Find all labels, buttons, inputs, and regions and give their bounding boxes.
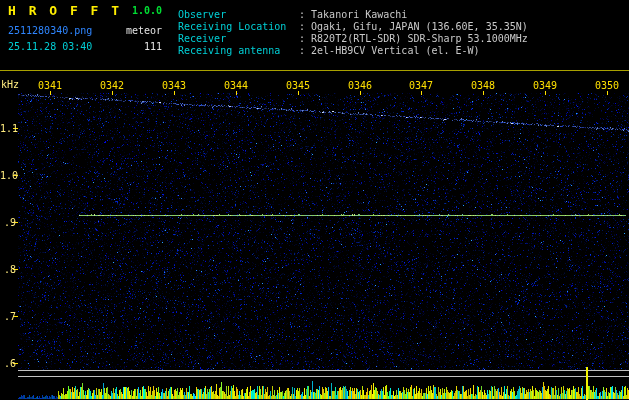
freq-tick-label: 1.0 — [0, 170, 16, 181]
station-info: Observer: Takanori Kawachi Receiving Loc… — [178, 9, 528, 57]
datetime-label: 25.11.28 03:40 — [8, 41, 92, 52]
time-tick-label: 0341 — [37, 80, 63, 91]
freq-tick-label: .8 — [0, 264, 16, 275]
meteor-count: 111 — [116, 41, 162, 52]
colon: : — [299, 21, 311, 32]
info-label: Receiving Location — [178, 21, 299, 33]
time-tick-label: 0342 — [99, 80, 125, 91]
freq-tick-label: 1.1 — [0, 123, 16, 134]
freq-tick-label: .6 — [0, 358, 16, 369]
info-label: Receiving antenna — [178, 45, 299, 57]
info-row-observer: Observer: Takanori Kawachi — [178, 9, 528, 21]
info-label: Observer — [178, 9, 299, 21]
info-row-antenna: Receiving antenna: 2el-HB9CV Vertical (e… — [178, 45, 528, 57]
output-filename: 2511280340.png — [8, 25, 92, 36]
mode-label: meteor — [116, 25, 162, 36]
time-tick-label: 0349 — [532, 80, 558, 91]
time-tick-label: 0345 — [285, 80, 311, 91]
info-label: Receiver — [178, 33, 299, 45]
info-value: 2el-HB9CV Vertical (el. E-W) — [311, 45, 480, 56]
colon: : — [299, 9, 311, 20]
info-row-location: Receiving Location: Ogaki, Gifu, JAPAN (… — [178, 21, 528, 33]
time-tick-label: 0350 — [594, 80, 620, 91]
app-title: H R O F F T — [8, 3, 122, 18]
time-tick-label: 0348 — [470, 80, 496, 91]
info-value: R820T2(RTL-SDR) SDR-Sharp 53.1000MHz — [311, 33, 528, 44]
info-value: Ogaki, Gifu, JAPAN (136.60E, 35.35N) — [311, 21, 528, 32]
app-version: 1.0.0 — [132, 5, 162, 16]
time-tick-label: 0343 — [161, 80, 187, 91]
freq-unit-label: kHz — [1, 79, 19, 90]
time-tick-label: 0346 — [347, 80, 373, 91]
time-tick-label: 0344 — [223, 80, 249, 91]
hrofft-output-image: H R O F F T 1.0.0 2511280340.png meteor … — [0, 0, 629, 400]
time-tick-label: 0347 — [408, 80, 434, 91]
info-row-receiver: Receiver: R820T2(RTL-SDR) SDR-Sharp 53.1… — [178, 33, 528, 45]
info-value: Takanori Kawachi — [311, 9, 407, 20]
freq-tick-label: .9 — [0, 217, 16, 228]
colon: : — [299, 45, 311, 56]
colon: : — [299, 33, 311, 44]
freq-tick-label: .7 — [0, 311, 16, 322]
spectrogram-canvas — [0, 0, 629, 400]
